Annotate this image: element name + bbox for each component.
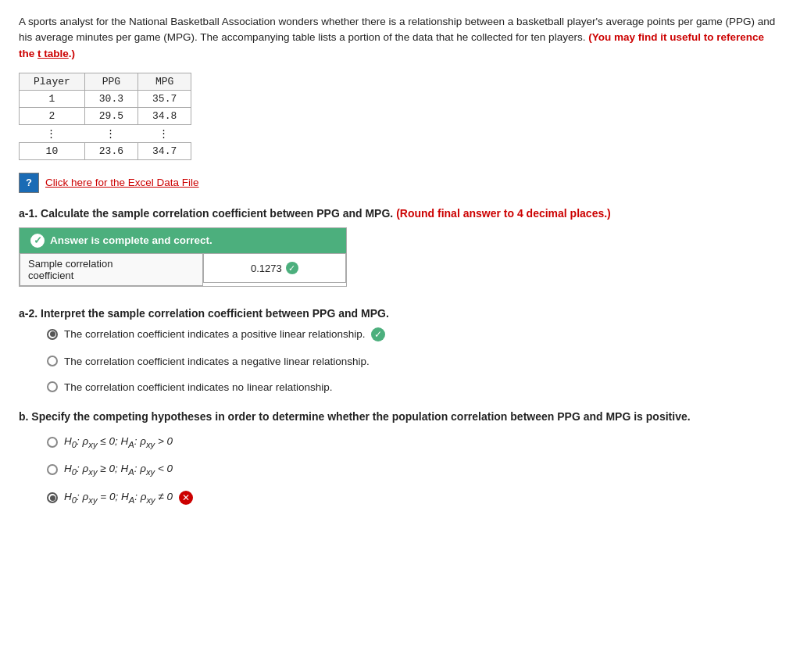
b-option-3[interactable]: H0: ρxy = 0; HA: ρxy ≠ 0 ✕: [47, 491, 781, 505]
a2-option-1[interactable]: The correlation coefficient indicates a …: [47, 327, 781, 341]
answer-value: 0.1273: [251, 263, 282, 274]
b-option-1-text: H0: ρxy ≤ 0; HA: ρxy > 0: [64, 435, 173, 449]
b-incorrect-icon: ✕: [179, 491, 193, 505]
check-circle-icon: ✓: [30, 234, 45, 248]
answer-table: Sample correlationcoefficient 0.1273 ✓: [20, 253, 346, 286]
a1-note: (Round final answer to 4 decimal places.…: [396, 207, 611, 220]
b-radio-3[interactable]: [47, 492, 58, 503]
answer-header: ✓ Answer is complete and correct.: [20, 228, 346, 253]
b-option-1[interactable]: H0: ρxy ≤ 0; HA: ρxy > 0: [47, 435, 781, 449]
a2-option-2-text: The correlation coefficient indicates a …: [64, 356, 370, 367]
excel-link-row: ? Click here for the Excel Data File: [19, 173, 781, 193]
b-option-2[interactable]: H0: ρxy ≥ 0; HA: ρxy < 0: [47, 463, 781, 477]
answer-row: Sample correlationcoefficient 0.1273 ✓: [20, 253, 347, 285]
t-table-link[interactable]: t table: [38, 48, 69, 59]
a2-label: a-2. Interpret the sample correlation co…: [19, 307, 781, 320]
a1-label: a-1. Calculate the sample correlation co…: [19, 207, 781, 220]
a2-option-3-text: The correlation coefficient indicates no…: [64, 381, 332, 393]
a2-radio-1[interactable]: [47, 329, 58, 340]
b-radio-1[interactable]: [47, 437, 58, 448]
question-b-section: b. Specify the competing hypotheses in o…: [19, 410, 781, 505]
answer-value-cell: 0.1273 ✓: [203, 253, 346, 283]
col-header-ppg: PPG: [84, 73, 138, 90]
a2-option-1-text: The correlation coefficient indicates a …: [64, 328, 365, 340]
answer-correct-icon: ✓: [286, 262, 298, 274]
intro-paragraph: A sports analyst for the National Basket…: [19, 14, 781, 62]
b-label: b. Specify the competing hypotheses in o…: [19, 410, 781, 423]
excel-icon[interactable]: ?: [19, 173, 39, 193]
table-row: 1 30.3 35.7: [20, 90, 191, 107]
a2-radio-2[interactable]: [47, 356, 58, 366]
data-table: Player PPG MPG 1 30.3 35.7 2 29.5 34.8 ⋮…: [19, 73, 191, 160]
a2-option-3[interactable]: The correlation coefficient indicates no…: [47, 381, 781, 393]
b-option-2-text: H0: ρxy ≥ 0; HA: ρxy < 0: [64, 463, 173, 477]
a2-radio-3[interactable]: [47, 381, 58, 392]
b-option-3-text: H0: ρxy = 0; HA: ρxy ≠ 0: [64, 491, 173, 505]
answer-header-text: Answer is complete and correct.: [50, 234, 212, 246]
question-a2-section: a-2. Interpret the sample correlation co…: [19, 307, 781, 393]
table-dots-row: ⋮ ⋮ ⋮: [20, 124, 191, 142]
b-radio-2[interactable]: [47, 464, 58, 475]
table-row-last: 10 23.6 34.7: [20, 142, 191, 159]
intro-bold: (You may find it useful to reference the…: [19, 31, 764, 59]
table-row: 2 29.5 34.8: [20, 107, 191, 124]
excel-data-link[interactable]: Click here for the Excel Data File: [45, 177, 199, 188]
question-a1-section: a-1. Calculate the sample correlation co…: [19, 207, 781, 287]
answer-row-label: Sample correlationcoefficient: [20, 253, 203, 285]
a2-option-2[interactable]: The correlation coefficient indicates a …: [47, 356, 781, 367]
col-header-player: Player: [20, 73, 85, 90]
col-header-mpg: MPG: [138, 73, 191, 90]
a2-correct-icon: ✓: [371, 327, 385, 341]
answer-box-a1: ✓ Answer is complete and correct. Sample…: [19, 227, 347, 287]
